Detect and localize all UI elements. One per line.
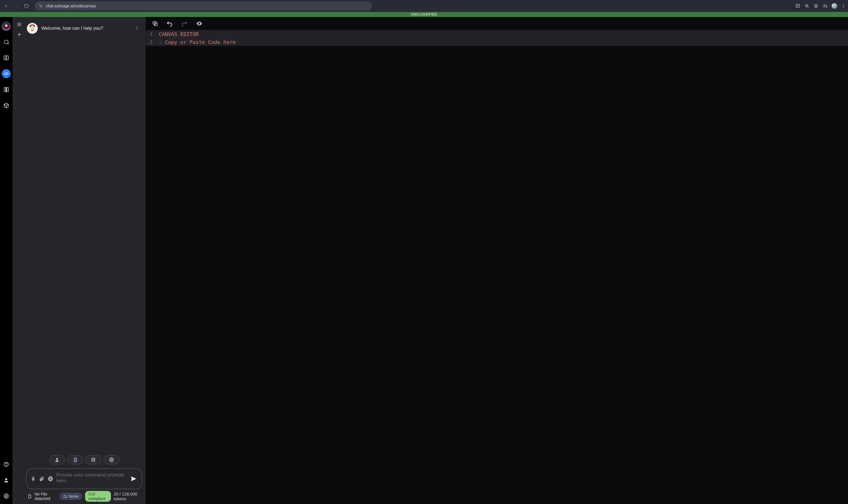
new-chat-button[interactable] [16, 31, 23, 38]
chat-input-area: No File Attached None CUI compliant 20 /… [13, 453, 145, 504]
folder-chip[interactable]: None [59, 493, 82, 500]
media-control-icon[interactable] [823, 3, 828, 8]
preview-button[interactable] [195, 19, 204, 28]
nav-compare-icon[interactable] [2, 85, 11, 94]
left-nav-rail [0, 17, 13, 504]
microphone-button[interactable] [31, 476, 36, 482]
svg-rect-9 [7, 88, 8, 92]
file-icon [27, 494, 32, 499]
classification-banner: UNCLASSIFIED [0, 12, 848, 17]
profile-avatar[interactable] [832, 3, 837, 9]
compliance-chip[interactable]: CUI compliant [85, 491, 111, 502]
folder-chip-label: None [69, 494, 78, 499]
document-pill-button[interactable] [67, 455, 83, 464]
app-body: Welcome, how can I help you? [0, 17, 848, 504]
svg-point-13 [6, 496, 7, 497]
assistant-avatar [26, 23, 38, 34]
svg-point-14 [137, 26, 137, 27]
database-pill-button[interactable] [85, 455, 101, 464]
nav-account-icon[interactable] [2, 476, 11, 485]
svg-point-12 [5, 478, 7, 480]
svg-point-24 [199, 23, 200, 24]
code-text: Copy or Paste Code here [165, 39, 236, 45]
nav-chat-icon[interactable] [2, 37, 11, 47]
svg-rect-20 [33, 477, 34, 479]
line-number: 1 [146, 31, 155, 37]
svg-rect-8 [4, 88, 6, 92]
settings-pill-button[interactable] [104, 455, 119, 464]
nav-code-icon[interactable] [2, 69, 11, 78]
svg-point-7 [843, 7, 844, 7]
prompt-input[interactable] [56, 472, 127, 485]
browser-address-bar[interactable]: chat.asksage.ai/codecanvas [35, 1, 372, 11]
editor-toolbar [146, 17, 848, 30]
nav-help-icon[interactable] [2, 460, 11, 469]
bookmark-star-icon[interactable] [813, 3, 818, 8]
svg-point-19 [111, 459, 112, 461]
svg-point-16 [137, 29, 137, 30]
code-prefix: - [159, 39, 165, 45]
persona-pill-button[interactable] [49, 455, 65, 464]
nav-settings-icon[interactable] [2, 491, 11, 501]
nav-docs-icon[interactable] [2, 53, 11, 62]
welcome-message: Welcome, how can I help you? [41, 26, 130, 31]
web-button[interactable] [48, 476, 53, 482]
svg-point-5 [843, 4, 844, 5]
editor-panel: 1 CANVAS EDITOR 2 - Copy or Paste Code h… [146, 17, 848, 504]
chat-messages: Welcome, how can I help you? [13, 17, 145, 453]
svg-point-15 [137, 28, 137, 29]
undo-button[interactable] [165, 19, 174, 28]
copy-button[interactable] [151, 19, 159, 28]
line-number: 2 [146, 39, 155, 45]
message-menu-button[interactable] [134, 24, 140, 32]
site-settings-icon[interactable] [39, 4, 43, 8]
file-attached-label: No File Attached [35, 492, 57, 501]
browser-menu-icon[interactable] [841, 3, 846, 8]
svg-point-18 [92, 458, 95, 459]
code-text: CANVAS EDITOR [159, 31, 199, 37]
svg-point-17 [56, 458, 58, 460]
prompt-box [26, 468, 142, 489]
browser-forward-button[interactable] [13, 2, 20, 10]
nav-sandbox-icon[interactable] [2, 101, 11, 110]
app-logo[interactable] [2, 21, 11, 31]
install-app-icon[interactable] [795, 3, 800, 8]
code-editor[interactable]: 1 CANVAS EDITOR 2 - Copy or Paste Code h… [146, 30, 848, 504]
browser-reload-button[interactable] [23, 2, 30, 10]
attach-button[interactable] [39, 476, 44, 482]
zoom-icon[interactable] [804, 3, 809, 8]
svg-point-4 [827, 7, 827, 7]
browser-chrome: chat.asksage.ai/codecanvas [0, 0, 848, 12]
browser-url: chat.asksage.ai/codecanvas [46, 4, 368, 8]
compliance-chip-label: CUI compliant [88, 492, 107, 501]
chat-panel: Welcome, how can I help you? [13, 17, 146, 504]
svg-point-6 [843, 6, 844, 6]
browser-back-button[interactable] [2, 2, 10, 10]
token-count: 20 / 128,000 tokens [114, 491, 142, 501]
send-button[interactable] [129, 475, 138, 483]
sidebar-toggle-button[interactable] [16, 21, 23, 28]
redo-button[interactable] [180, 19, 189, 28]
